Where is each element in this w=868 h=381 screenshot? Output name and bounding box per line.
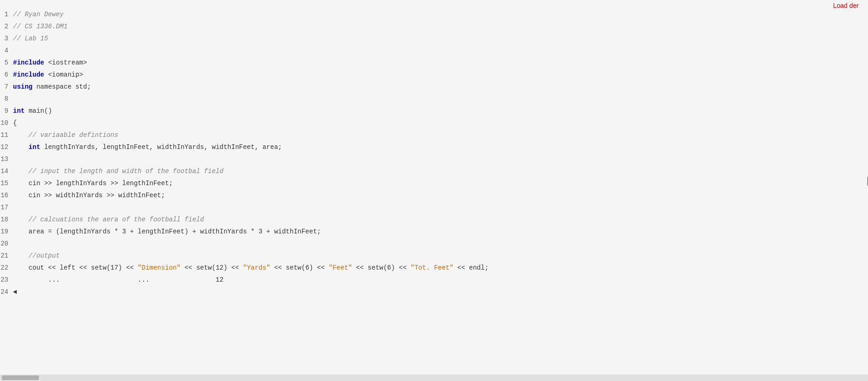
line-num-1: 1: [0, 8, 13, 20]
code-line-23: 23 ... ... 12: [0, 274, 868, 286]
line-content-1: // Ryan Dewey: [13, 8, 868, 20]
top-bar: Load der: [833, 2, 859, 9]
line-num-9: 9: [0, 105, 13, 117]
line-num-14: 14: [0, 165, 13, 177]
scrollbar-thumb[interactable]: [2, 375, 39, 380]
line-content-22: cout << left << setw(17) << "Dimension" …: [13, 262, 868, 274]
line-content-11: // variaable defintions: [13, 129, 868, 141]
line-num-19: 19: [0, 226, 13, 238]
code-line-17: 17: [0, 201, 868, 213]
line-num-4: 4: [0, 45, 13, 57]
code-line-15: 15 cin >> lengthInYards >> lengthInFeet;: [0, 177, 868, 189]
code-line-4: 4: [0, 45, 868, 57]
line-num-7: 7: [0, 81, 13, 93]
line-content-3: // Lab 15: [13, 32, 868, 45]
line-num-21: 21: [0, 250, 13, 262]
code-line-2: 2 // CS 1336.DM1: [0, 20, 868, 32]
line-num-24: 24: [0, 286, 13, 298]
line-content-19: area = (lengthInYards * 3 + lengthInFeet…: [13, 226, 868, 238]
code-line-10: 10 {: [0, 117, 868, 129]
code-line-18: 18 // calcuations the aera of the footba…: [0, 213, 868, 226]
line-num-2: 2: [0, 20, 13, 32]
code-line-1: 1 // Ryan Dewey: [0, 8, 868, 20]
code-line-8: 8: [0, 93, 868, 105]
line-num-11: 11: [0, 129, 13, 141]
line-content-21: //output: [13, 250, 868, 262]
code-line-16: 16 cin >> widthInYards >> widthInFeet;: [0, 189, 868, 201]
line-content-6: #include <iomanip>: [13, 69, 868, 81]
code-line-5: 5 #include <iostream>: [0, 57, 868, 69]
code-line-20: 20: [0, 238, 868, 250]
horizontal-scrollbar[interactable]: [0, 375, 868, 381]
line-content-23: ... ... 12: [13, 274, 868, 286]
line-content-14: // input the length and width of the foo…: [13, 165, 868, 177]
line-content-24: ◄: [13, 286, 868, 298]
code-line-21: 21 //output: [0, 250, 868, 262]
line-num-22: 22: [0, 262, 13, 274]
line-content-9: int main(): [13, 105, 868, 117]
code-line-13: 13: [0, 153, 868, 165]
line-content-15: cin >> lengthInYards >> lengthInFeet;: [13, 177, 867, 189]
line-content-12: int lengthInYards, lengthInFeet, widthIn…: [13, 141, 868, 153]
line-num-18: 18: [0, 213, 13, 226]
line-num-13: 13: [0, 153, 13, 165]
code-area[interactable]: 1 // Ryan Dewey 2 // CS 1336.DM1 3 // La…: [0, 4, 868, 298]
line-num-17: 17: [0, 201, 13, 213]
line-num-20: 20: [0, 238, 13, 250]
line-content-16: cin >> widthInYards >> widthInFeet;: [13, 189, 868, 201]
line-num-23: 23: [0, 274, 13, 286]
line-num-8: 8: [0, 93, 13, 105]
code-line-22: 22 cout << left << setw(17) << "Dimensio…: [0, 262, 868, 274]
code-line-24: 24 ◄: [0, 286, 868, 298]
line-content-5: #include <iostream>: [13, 57, 868, 69]
code-line-14: 14 // input the length and width of the …: [0, 165, 868, 177]
line-num-6: 6: [0, 69, 13, 81]
line-num-5: 5: [0, 57, 13, 69]
line-content-10: {: [13, 117, 868, 129]
code-line-3: 3 // Lab 15: [0, 32, 868, 45]
line-num-3: 3: [0, 32, 13, 45]
code-line-12: 12 int lengthInYards, lengthInFeet, widt…: [0, 141, 868, 153]
load-demo-button[interactable]: Load der: [833, 2, 859, 9]
code-line-19: 19 area = (lengthInYards * 3 + lengthInF…: [0, 226, 868, 238]
editor-container: Load der 1 // Ryan Dewey 2 // CS 1336.DM…: [0, 0, 868, 381]
line-content-18: // calcuations the aera of the football …: [13, 213, 868, 226]
line-content-7: using namespace std;: [13, 81, 868, 93]
code-line-6: 6 #include <iomanip>: [0, 69, 868, 81]
code-line-9: 9 int main(): [0, 105, 868, 117]
code-line-11: 11 // variaable defintions: [0, 129, 868, 141]
code-line-7: 7 using namespace std;: [0, 81, 868, 93]
line-num-16: 16: [0, 189, 13, 201]
line-num-12: 12: [0, 141, 13, 153]
line-num-15: 15: [0, 177, 13, 189]
line-num-10: 10: [0, 117, 13, 129]
line-content-2: // CS 1336.DM1: [13, 20, 868, 32]
